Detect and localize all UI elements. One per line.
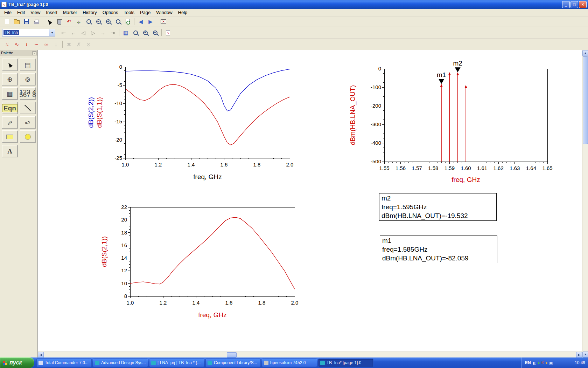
menu-help[interactable]: Help [175, 9, 190, 16]
scroll-left-button[interactable]: ◀ [38, 352, 44, 358]
zoom-window-button[interactable] [131, 28, 140, 37]
palette-pointer-button[interactable] [2, 59, 18, 71]
menu-tools[interactable]: Tools [121, 9, 137, 16]
close-window-icon: × [161, 19, 166, 24]
menu-edit[interactable]: Edit [14, 9, 28, 16]
zoom-in-view-button[interactable]: + [140, 28, 150, 37]
scroll-right-button[interactable]: ▶ [576, 352, 582, 358]
menu-marker[interactable]: Marker [60, 9, 80, 16]
select-pointer-button[interactable] [44, 17, 54, 26]
taskbar-item[interactable]: Total Commander 7.0... [36, 359, 92, 367]
zoom-full-button[interactable] [113, 17, 123, 26]
marker-readout-m2[interactable]: m2freq=1.595GHzdBm(HB.LNA_OUT)=-19.532 [379, 193, 497, 221]
next-sweep-button[interactable]: → [98, 28, 108, 37]
palette-rectangle-button[interactable] [2, 130, 18, 143]
dataset-select[interactable]: TB_lna ▼ [2, 29, 55, 36]
start-button[interactable]: пуск [0, 357, 34, 368]
language-indicator[interactable]: EN [525, 360, 531, 365]
window-controls: _ □ × [562, 1, 587, 8]
zoom-area-button[interactable] [84, 17, 93, 26]
insert-list-plot-button[interactable]: ∽ [31, 40, 41, 49]
horizontal-scrollbar[interactable]: ◀ ▶ [38, 352, 582, 357]
marker-xy-button[interactable]: ⊗ [84, 40, 93, 49]
vertical-scrollbar[interactable]: ▲ ▼ [582, 50, 588, 357]
step-forward-button[interactable]: ▷ [88, 28, 98, 37]
taskbar-item[interactable]: hpeesofsim 7452:0 [262, 359, 317, 367]
zoom-out-view-button[interactable]: − [150, 28, 160, 37]
palette-polar-plot-button[interactable]: ⊕ [2, 73, 18, 86]
palette-arrow-button[interactable]: ⇨ [2, 116, 18, 129]
trace-down-button[interactable]: ↓ [51, 40, 61, 49]
menu-window[interactable]: Window [153, 9, 175, 16]
clock[interactable]: 10:49 [575, 360, 585, 365]
delete-trace-button[interactable]: ✖ [64, 40, 74, 49]
svg-text:8: 8 [124, 293, 127, 299]
vertical-scroll-thumb[interactable] [583, 56, 588, 144]
tile-view-button[interactable]: ▦ [121, 28, 131, 37]
tray-icon[interactable]: K [541, 361, 544, 365]
back-button[interactable]: ◀ [136, 17, 146, 26]
zoom-in-button[interactable]: + [103, 17, 113, 26]
print-button[interactable] [31, 17, 41, 26]
tray-icon[interactable]: ▣ [549, 361, 553, 365]
insert-stack-plot-button[interactable]: ≃ [41, 40, 51, 49]
minimize-button[interactable]: _ [562, 1, 570, 8]
pan-button[interactable] [74, 17, 84, 26]
dropdown-arrow-icon[interactable]: ▼ [49, 29, 55, 36]
tray-icon[interactable]: ◧ [533, 361, 536, 365]
taskbar-item[interactable]: Advanced Design Sys... [93, 359, 148, 367]
first-sweep-button[interactable]: ⇤ [59, 28, 69, 37]
undo-button[interactable]: ↶ [64, 17, 74, 26]
zoom-out-button[interactable]: − [93, 17, 103, 26]
tray-icon[interactable]: ● [545, 361, 548, 365]
open-icon [14, 20, 20, 24]
maximize-button[interactable]: □ [570, 1, 578, 8]
open-button[interactable] [12, 17, 22, 26]
plot-s-parameters[interactable]: 1.01.21.41.61.82.00-5-10-15-20-25freq, G… [87, 60, 318, 197]
prev-sweep-button[interactable]: ← [69, 28, 78, 37]
taskbar-item[interactable]: Component Library/S... [205, 359, 261, 367]
new-chart-page-button[interactable]: ∿ [163, 28, 173, 37]
palette-line-button[interactable] [20, 102, 36, 114]
menu-page[interactable]: Page [137, 9, 153, 16]
insert-polar-plot-button[interactable]: ∿ [12, 40, 22, 49]
save-button[interactable] [22, 17, 31, 26]
palette-list-button[interactable]: ▤ [20, 59, 36, 71]
insert-rect-plot-button[interactable]: ≈ [2, 40, 12, 49]
menu-file[interactable]: File [1, 9, 14, 16]
plot-gain-s21[interactable]: 1.01.21.41.61.82.0810121416182022freq, G… [90, 199, 321, 340]
marker-readout-m1[interactable]: m1freq=1.585GHzdBm(HB.LNA_OUT)=-82.059 [380, 236, 497, 263]
close-window-button[interactable]: × [159, 17, 168, 26]
menu-insert[interactable]: Insert [43, 9, 60, 16]
view-all-button[interactable] [123, 17, 133, 26]
plot-hb-spectrum[interactable]: 1.551.561.571.581.591.601.611.621.631.64… [349, 59, 582, 199]
horizontal-scroll-thumb[interactable] [227, 352, 237, 357]
close-button[interactable]: × [579, 1, 587, 8]
palette-smith-chart-button[interactable]: ⊚ [20, 73, 36, 86]
palette-dock-button[interactable]: ▫ [33, 51, 36, 55]
palette-text-button[interactable]: A [2, 145, 18, 157]
tray-icon[interactable]: ● [538, 361, 540, 365]
insert-smith-plot-button[interactable]: ≀ [22, 40, 31, 49]
menu-view[interactable]: View [28, 9, 43, 16]
scroll-down-button[interactable]: ▼ [582, 352, 588, 357]
last-sweep-button[interactable]: ⇥ [108, 28, 118, 37]
menu-history[interactable]: History [80, 9, 99, 16]
taskbar-item[interactable]: [ LNA_prj ] TB_lna * (... [149, 359, 204, 367]
scroll-up-button[interactable]: ▲ [582, 50, 588, 56]
window-title: TB_lna* [page 1]:0 [8, 2, 562, 7]
palette-circle-button[interactable] [20, 130, 36, 143]
marker-x-button[interactable]: ✗ [74, 40, 84, 49]
new-button[interactable] [2, 17, 12, 26]
palette-equation-button[interactable]: Eqn [2, 102, 18, 114]
palette-arrow-2-button[interactable]: ⇨ [20, 116, 36, 129]
menu-options[interactable]: Options [100, 9, 121, 16]
delete-button[interactable] [54, 17, 64, 26]
svg-text:-20: -20 [114, 137, 122, 143]
taskbar-item[interactable]: TB_lna* [page 1]:0 [318, 359, 373, 367]
palette-list-values-button[interactable]: 123 4 567 8 [20, 87, 36, 100]
forward-button[interactable]: ▶ [146, 17, 155, 26]
svg-text:1.6: 1.6 [220, 162, 228, 168]
step-back-button[interactable]: ◁ [78, 28, 88, 37]
palette-grid-plot-button[interactable]: ▦ [2, 87, 18, 100]
